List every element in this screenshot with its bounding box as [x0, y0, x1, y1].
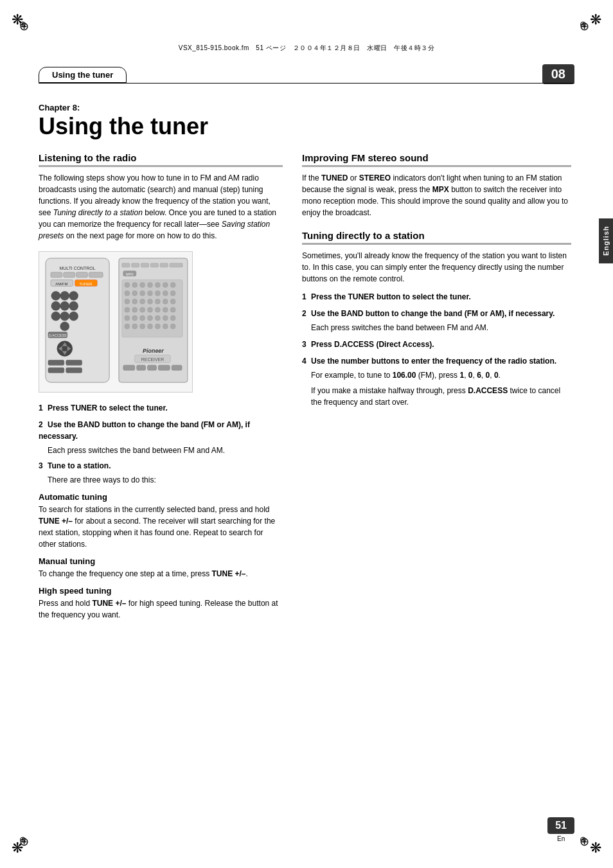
step-3-detail: There are three ways to do this: — [48, 474, 283, 486]
svg-point-29 — [60, 322, 69, 331]
right-step-3: 3 Press D.ACCESS (Direct Access). — [302, 339, 571, 350]
remote-illustration: MULTI CONTROL AM/FM TUNER 1 2 — [39, 251, 193, 393]
right-step-4: 4 Use the number buttons to enter the fr… — [302, 355, 571, 367]
improving-fm-text: If the TUNED or STEREO indicators don't … — [302, 172, 571, 218]
svg-point-13 — [60, 291, 69, 300]
svg-point-73 — [132, 307, 138, 312]
manual-tuning-text: To change the frequency one step at a ti… — [39, 568, 283, 580]
svg-rect-39 — [48, 368, 64, 373]
svg-point-91 — [163, 324, 168, 329]
svg-point-67 — [140, 299, 145, 304]
step-1: 1 Press TUNER to select the tuner. — [39, 402, 283, 414]
svg-rect-99 — [158, 365, 170, 370]
svg-text:AM/FM: AM/FM — [55, 281, 67, 285]
corner-ornament-bl: ❋ — [12, 840, 23, 856]
svg-rect-96 — [123, 365, 135, 370]
svg-point-60 — [140, 290, 145, 296]
right-step-1: 1 Press the TUNER button to select the t… — [302, 291, 571, 303]
page-footer: 51 En — [547, 817, 574, 842]
chapter-title: Using the tuner — [39, 114, 571, 139]
svg-point-89 — [148, 324, 153, 329]
improving-fm-heading: Improving FM stereo sound — [302, 152, 571, 167]
header-bar: Using the tuner 08 — [39, 64, 574, 84]
svg-rect-46 — [160, 263, 168, 267]
svg-point-85 — [170, 315, 175, 321]
svg-text:MPS: MPS — [126, 272, 134, 276]
chapter-label: Chapter 8: — [39, 103, 571, 112]
svg-rect-4 — [76, 272, 88, 277]
svg-text:RECEIVER: RECEIVER — [141, 357, 164, 362]
svg-point-66 — [132, 299, 138, 304]
svg-point-59 — [132, 290, 138, 296]
svg-point-15 — [69, 291, 78, 300]
svg-rect-5 — [89, 272, 103, 277]
svg-point-72 — [125, 307, 130, 312]
svg-rect-40 — [66, 368, 82, 373]
svg-point-57 — [170, 282, 175, 287]
svg-point-53 — [140, 282, 145, 287]
svg-text:D.ACCESS: D.ACCESS — [49, 333, 67, 337]
corner-ornament-tl: ❋ — [12, 12, 23, 28]
svg-point-77 — [163, 307, 168, 312]
svg-point-64 — [170, 290, 175, 296]
right-step-4-detail: For example, to tune to 106.00 (FM), pre… — [311, 369, 571, 381]
svg-rect-2 — [51, 272, 62, 277]
right-step-4-detail2: If you make a mistake halfway through, p… — [311, 385, 571, 408]
svg-point-83 — [155, 315, 160, 321]
right-step-2: 2 Use the BAND button to change the band… — [302, 308, 571, 319]
svg-point-65 — [125, 299, 130, 304]
svg-rect-42 — [122, 263, 130, 267]
corner-ornament-tr: ❋ — [590, 12, 601, 28]
high-speed-heading: High speed tuning — [39, 586, 283, 596]
svg-point-21 — [69, 301, 78, 310]
left-column: Listening to the radio The following ste… — [39, 152, 283, 624]
high-speed-text: Press and hold TUNE +/– for high speed t… — [39, 598, 283, 621]
svg-point-90 — [155, 324, 160, 329]
svg-point-76 — [155, 307, 160, 312]
svg-point-52 — [132, 282, 138, 287]
svg-rect-45 — [151, 263, 159, 267]
svg-point-56 — [163, 282, 168, 287]
svg-text:TUNER: TUNER — [79, 281, 93, 285]
svg-point-55 — [155, 282, 160, 287]
two-column-layout: Listening to the radio The following ste… — [39, 152, 571, 624]
header-chapter-num: 08 — [542, 64, 574, 84]
svg-rect-3 — [64, 272, 75, 277]
svg-point-23 — [51, 312, 60, 321]
svg-text:MULTI CONTROL: MULTI CONTROL — [60, 265, 96, 270]
svg-point-86 — [125, 324, 130, 329]
english-sidebar: English — [599, 218, 613, 263]
main-content: Chapter 8: Using the tuner Listening to … — [39, 90, 571, 817]
page-lang: En — [557, 835, 565, 842]
svg-point-61 — [148, 290, 153, 296]
svg-point-84 — [163, 315, 168, 321]
svg-point-71 — [170, 299, 175, 304]
right-step-2-detail: Each press switches the band between FM … — [311, 322, 571, 333]
svg-rect-47 — [170, 263, 182, 267]
page-number: 51 — [547, 817, 574, 834]
svg-point-69 — [155, 299, 160, 304]
svg-point-27 — [69, 312, 78, 321]
svg-rect-98 — [148, 365, 157, 370]
intro-text: The following steps show you how to tune… — [39, 172, 283, 242]
svg-rect-100 — [172, 365, 182, 370]
svg-rect-97 — [137, 365, 146, 370]
svg-point-54 — [148, 282, 153, 287]
svg-point-68 — [148, 299, 153, 304]
step-2-detail: Each press switches the band between FM … — [48, 445, 283, 456]
header-title: Using the tuner — [39, 67, 127, 83]
svg-rect-43 — [132, 263, 139, 267]
listening-section-heading: Listening to the radio — [39, 152, 283, 167]
svg-point-78 — [170, 307, 175, 312]
svg-point-17 — [51, 301, 60, 310]
header-line — [39, 83, 574, 84]
svg-point-19 — [60, 301, 69, 310]
svg-point-51 — [125, 282, 130, 287]
svg-rect-44 — [141, 263, 149, 267]
svg-rect-37 — [48, 360, 64, 365]
svg-point-62 — [155, 290, 160, 296]
svg-point-11 — [51, 291, 60, 300]
manual-tuning-heading: Manual tuning — [39, 556, 283, 566]
corner-ornament-br: ❋ — [590, 840, 601, 856]
right-column: Improving FM stereo sound If the TUNED o… — [302, 152, 571, 624]
